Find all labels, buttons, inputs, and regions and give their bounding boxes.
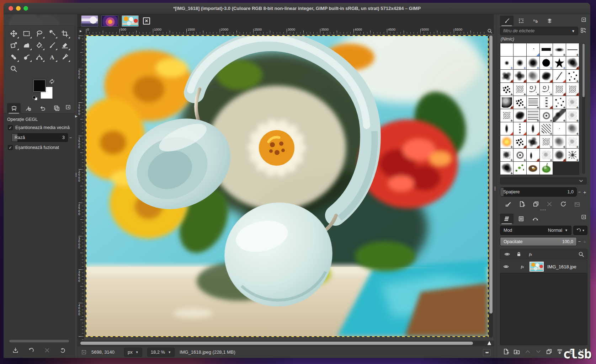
duplicate-layer-button[interactable] [544, 347, 554, 356]
brush-burst[interactable]: + [566, 149, 579, 161]
title-bar[interactable]: *[IMG_1618] (importat)-3.0 (Culoare RGB … [4, 3, 590, 14]
opacity-increase-button[interactable]: + [582, 237, 587, 246]
brush-dots-sparse[interactable]: + [566, 70, 579, 82]
image-tab-2[interactable] [101, 15, 118, 27]
brush-wing[interactable]: + [553, 109, 566, 122]
lower-layer-button[interactable] [534, 347, 543, 356]
brush-chalk[interactable]: + [566, 57, 579, 69]
brush-bigtex[interactable]: + [500, 149, 513, 161]
brush-ringblob[interactable]: + [513, 149, 526, 161]
text-tool[interactable] [46, 51, 58, 63]
image-tab-1[interactable] [81, 15, 98, 27]
crop-tool[interactable] [58, 28, 71, 39]
panel-resize-handle[interactable] [9, 340, 69, 342]
navigation-preview-button[interactable] [486, 340, 493, 346]
swap-colors-icon[interactable] [49, 79, 55, 84]
brush-pebbles[interactable]: + [513, 96, 526, 109]
brush-pepper[interactable] [540, 162, 553, 175]
sample-merged-checkbox-row[interactable]: ✓ Eșantionează fuzionat [8, 145, 75, 150]
brush-dash[interactable] [553, 70, 566, 82]
brush-pixel[interactable] [527, 43, 539, 56]
brush-expander-button[interactable] [500, 177, 587, 184]
delete-tool-preset-button[interactable] [42, 346, 52, 354]
canvas-image[interactable] [86, 36, 488, 336]
brush-swirl[interactable]: + [540, 109, 553, 122]
tag-filter-input[interactable] [503, 28, 571, 33]
layer-visibility-eye-icon[interactable] [502, 262, 510, 271]
brush-mesh[interactable]: + [566, 83, 579, 96]
brush-microdot[interactable] [553, 122, 566, 135]
opacity-decrease-button[interactable]: − [577, 237, 582, 246]
panel-menu-button[interactable] [581, 214, 587, 220]
brush-oval[interactable]: + [553, 43, 566, 56]
zoom-tool[interactable] [7, 63, 20, 75]
collapse-arrow-icon[interactable]: ▶ [75, 114, 78, 118]
rectangle-select-tool[interactable] [20, 28, 33, 39]
reset-mode-button[interactable]: ▼ [573, 226, 587, 235]
edit-brush-button[interactable] [504, 200, 513, 208]
ruler-corner-menu-button[interactable]: ▶ [78, 28, 84, 34]
brush-noise[interactable]: + [500, 109, 513, 122]
new-layer-button[interactable] [501, 347, 511, 356]
brush-figures[interactable]: + [527, 149, 539, 161]
bucket-fill-tool[interactable] [33, 39, 46, 51]
layer-row[interactable]: IMG_1618.jpe [500, 260, 587, 273]
dock-splitter[interactable]: ••• [496, 208, 590, 212]
open-brush-as-image-button[interactable] [573, 200, 582, 208]
undo-history-tab[interactable] [36, 103, 49, 113]
brush-gridgrain[interactable]: + [540, 135, 553, 148]
brush-leaves[interactable] [513, 162, 526, 175]
refresh-brushes-button[interactable] [559, 200, 568, 208]
checkbox-checked-icon[interactable]: ✓ [8, 125, 13, 130]
brush-wilber[interactable] [527, 162, 539, 175]
brush-splat-a[interactable]: + [500, 70, 513, 82]
brush-drip[interactable]: + [540, 96, 553, 109]
brush-vstroke[interactable] [527, 122, 539, 135]
sample-average-checkbox-row[interactable]: ✓ Eșantionează media vecină [8, 125, 75, 130]
brush-smoke[interactable]: + [527, 70, 539, 82]
opacity-slider[interactable]: Opacitate 100,0 [500, 237, 577, 246]
heal-tool[interactable] [7, 51, 20, 63]
color-swatches[interactable] [33, 79, 54, 100]
brush-soft-s[interactable]: + [500, 57, 513, 69]
panel-menu-button[interactable] [581, 17, 587, 23]
delete-brush-button[interactable] [545, 200, 554, 208]
patterns-tab[interactable] [514, 16, 528, 26]
brush-honey[interactable]: + [540, 83, 553, 96]
brush-ball[interactable]: + [500, 96, 513, 109]
brush-faint[interactable]: + [540, 149, 553, 161]
brush-dots-fine[interactable]: + [513, 83, 526, 96]
free-select-tool[interactable] [33, 28, 46, 39]
image-tab-active[interactable] [122, 15, 139, 27]
brush-scrollbar[interactable] [582, 43, 585, 174]
canvas-viewport[interactable] [84, 34, 494, 341]
channels-tab[interactable] [514, 214, 528, 224]
close-window-button[interactable] [9, 6, 13, 11]
paths-tab[interactable] [528, 214, 542, 224]
new-brush-button[interactable] [517, 200, 527, 208]
eraser-tool[interactable] [58, 39, 71, 51]
brush-hlines[interactable]: + [527, 109, 539, 122]
hearts-icon-button[interactable]: ♥♥ [483, 349, 491, 356]
layers-list-empty-area[interactable] [500, 273, 587, 345]
vertical-scrollbar[interactable] [489, 36, 493, 338]
brush-disc[interactable]: + [540, 57, 553, 69]
lock-pixels-button[interactable] [513, 250, 524, 258]
horizontal-ruler[interactable]: 0500100015002000250030003500400045005000… [84, 28, 486, 34]
brush-dots-cluster[interactable]: + [500, 83, 513, 96]
zoom-dropdown[interactable]: 18,2 %▼ [147, 348, 175, 357]
brushes-tab[interactable] [500, 16, 513, 26]
radius-slider[interactable]: Rază 3 [11, 133, 68, 142]
close-image-button[interactable]: ✕ [142, 16, 151, 26]
checkbox-checked-icon[interactable]: ✓ [8, 145, 13, 150]
brush-wisps[interactable]: + [566, 135, 579, 148]
brush-view-mode-icon[interactable] [580, 27, 587, 34]
panel-menu-button[interactable] [65, 105, 72, 110]
layers-tab[interactable] [500, 214, 513, 224]
brush-blobround[interactable]: + [553, 149, 566, 161]
raise-layer-button[interactable] [523, 347, 532, 356]
brush-softsmoke[interactable]: + [566, 122, 579, 135]
brush-blot[interactable]: + [540, 70, 553, 82]
right-panel-splitter[interactable]: ••• [494, 14, 496, 358]
brush-blank[interactable] [513, 43, 526, 56]
